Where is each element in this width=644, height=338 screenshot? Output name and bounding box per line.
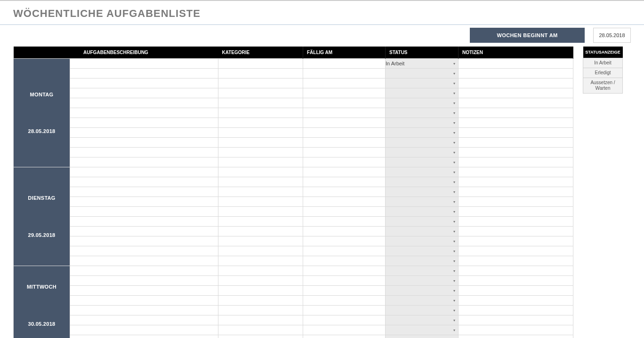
notes-cell[interactable] [459, 335, 573, 338]
notes-cell[interactable] [459, 118, 573, 128]
desc-cell[interactable] [70, 306, 218, 315]
due-cell[interactable] [303, 197, 386, 207]
desc-cell[interactable] [70, 335, 218, 338]
due-cell[interactable] [303, 286, 386, 296]
status-dropdown[interactable]: ▾ [386, 286, 459, 296]
category-cell[interactable] [218, 315, 303, 325]
notes-cell[interactable] [459, 138, 573, 148]
desc-cell[interactable] [70, 207, 218, 217]
desc-cell[interactable] [70, 79, 218, 88]
status-dropdown[interactable]: ▾ [386, 227, 459, 236]
due-cell[interactable] [303, 128, 386, 138]
due-cell[interactable] [303, 138, 386, 148]
due-cell[interactable] [303, 276, 386, 286]
status-dropdown[interactable]: ▾ [386, 88, 459, 98]
category-cell[interactable] [218, 167, 303, 177]
desc-cell[interactable] [70, 276, 218, 286]
status-dropdown[interactable]: ▾ [386, 306, 459, 315]
notes-cell[interactable] [459, 246, 573, 256]
category-cell[interactable] [218, 256, 303, 266]
status-dropdown[interactable]: ▾ [386, 335, 459, 338]
notes-cell[interactable] [459, 227, 573, 236]
desc-cell[interactable] [70, 128, 218, 138]
category-cell[interactable] [218, 217, 303, 227]
category-cell[interactable] [218, 59, 303, 69]
status-dropdown[interactable]: ▾ [386, 325, 459, 335]
due-cell[interactable] [303, 266, 386, 276]
category-cell[interactable] [218, 286, 303, 296]
due-cell[interactable] [303, 315, 386, 325]
notes-cell[interactable] [459, 167, 573, 177]
due-cell[interactable] [303, 69, 386, 79]
desc-cell[interactable] [70, 256, 218, 266]
due-cell[interactable] [303, 79, 386, 88]
category-cell[interactable] [218, 227, 303, 236]
notes-cell[interactable] [459, 315, 573, 325]
notes-cell[interactable] [459, 88, 573, 98]
desc-cell[interactable] [70, 236, 218, 246]
status-dropdown[interactable]: ▾ [386, 207, 459, 217]
status-dropdown[interactable]: ▾ [386, 138, 459, 148]
desc-cell[interactable] [70, 88, 218, 98]
category-cell[interactable] [218, 197, 303, 207]
desc-cell[interactable] [70, 315, 218, 325]
category-cell[interactable] [218, 148, 303, 157]
due-cell[interactable] [303, 246, 386, 256]
notes-cell[interactable] [459, 207, 573, 217]
due-cell[interactable] [303, 148, 386, 157]
status-dropdown[interactable]: ▾ [386, 79, 459, 88]
desc-cell[interactable] [70, 227, 218, 236]
notes-cell[interactable] [459, 217, 573, 227]
due-cell[interactable] [303, 256, 386, 266]
due-cell[interactable] [303, 217, 386, 227]
category-cell[interactable] [218, 207, 303, 217]
desc-cell[interactable] [70, 148, 218, 157]
category-cell[interactable] [218, 177, 303, 187]
due-cell[interactable] [303, 167, 386, 177]
category-cell[interactable] [218, 108, 303, 118]
desc-cell[interactable] [70, 296, 218, 306]
status-dropdown[interactable]: ▾ [386, 266, 459, 276]
category-cell[interactable] [218, 79, 303, 88]
notes-cell[interactable] [459, 79, 573, 88]
notes-cell[interactable] [459, 148, 573, 157]
notes-cell[interactable] [459, 157, 573, 167]
due-cell[interactable] [303, 88, 386, 98]
status-dropdown[interactable]: ▾ [386, 296, 459, 306]
category-cell[interactable] [218, 98, 303, 108]
due-cell[interactable] [303, 306, 386, 315]
status-dropdown[interactable]: In Arbeit▾ [386, 59, 459, 69]
desc-cell[interactable] [70, 177, 218, 187]
due-cell[interactable] [303, 227, 386, 236]
status-dropdown[interactable]: ▾ [386, 246, 459, 256]
category-cell[interactable] [218, 88, 303, 98]
due-cell[interactable] [303, 187, 386, 197]
category-cell[interactable] [218, 335, 303, 338]
due-cell[interactable] [303, 236, 386, 246]
status-dropdown[interactable]: ▾ [386, 315, 459, 325]
desc-cell[interactable] [70, 138, 218, 148]
category-cell[interactable] [218, 69, 303, 79]
notes-cell[interactable] [459, 59, 573, 69]
notes-cell[interactable] [459, 108, 573, 118]
notes-cell[interactable] [459, 98, 573, 108]
notes-cell[interactable] [459, 306, 573, 315]
category-cell[interactable] [218, 236, 303, 246]
desc-cell[interactable] [70, 59, 218, 69]
desc-cell[interactable] [70, 266, 218, 276]
desc-cell[interactable] [70, 69, 218, 79]
category-cell[interactable] [218, 296, 303, 306]
desc-cell[interactable] [70, 197, 218, 207]
category-cell[interactable] [218, 118, 303, 128]
status-dropdown[interactable]: ▾ [386, 69, 459, 79]
status-dropdown[interactable]: ▾ [386, 256, 459, 266]
desc-cell[interactable] [70, 167, 218, 177]
status-dropdown[interactable]: ▾ [386, 98, 459, 108]
category-cell[interactable] [218, 128, 303, 138]
category-cell[interactable] [218, 266, 303, 276]
notes-cell[interactable] [459, 256, 573, 266]
status-dropdown[interactable]: ▾ [386, 167, 459, 177]
desc-cell[interactable] [70, 325, 218, 335]
due-cell[interactable] [303, 108, 386, 118]
week-start-date[interactable]: 28.05.2018 [593, 28, 631, 43]
